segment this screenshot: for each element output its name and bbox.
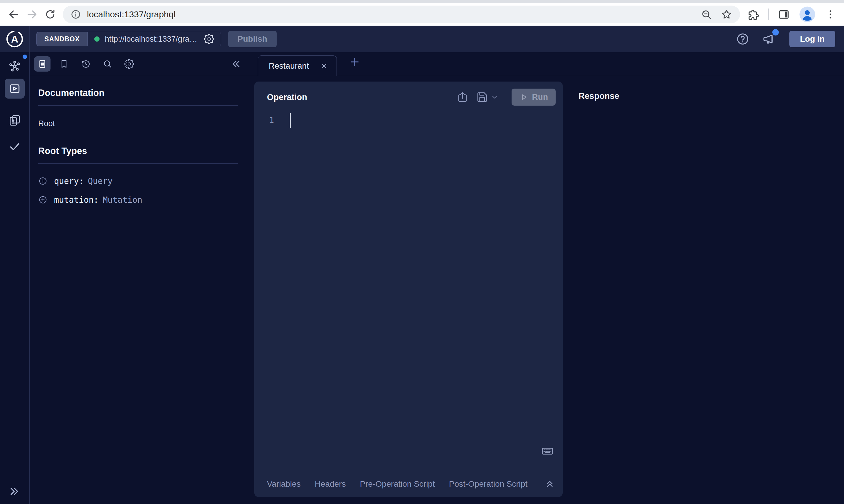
add-field-icon[interactable] — [38, 195, 48, 204]
sandbox-badge: SANDBOX — [37, 32, 88, 46]
extensions-icon[interactable] — [747, 8, 759, 20]
announcements-megaphone-icon[interactable] — [762, 32, 776, 46]
search-icon — [103, 59, 113, 69]
operation-footer-tabs: Variables Headers Pre-Operation Script P… — [254, 471, 563, 497]
divider — [38, 105, 238, 106]
root-type-row-query[interactable]: query: Query — [38, 174, 238, 188]
toolbar-separator — [768, 8, 769, 20]
operation-header: Operation Run — [254, 82, 563, 106]
browser-back-button[interactable] — [5, 5, 23, 23]
close-icon — [320, 62, 328, 70]
sidebar-item-changelog[interactable] — [5, 110, 25, 130]
browser-toolbar: localhost:1337/graphql — [0, 0, 844, 26]
tab-settings[interactable] — [121, 56, 137, 72]
browser-reload-button[interactable] — [41, 5, 59, 23]
notification-dot — [772, 29, 779, 36]
doc-root-link[interactable]: Root — [38, 119, 238, 128]
field-type-link[interactable]: Mutation — [103, 195, 142, 205]
field-type-link[interactable]: Query — [88, 176, 113, 186]
url-text[interactable]: localhost:1337/graphql — [87, 10, 176, 19]
forward-arrow-icon — [26, 8, 38, 20]
sidebar-item-checks[interactable] — [5, 137, 25, 157]
tab-history[interactable] — [77, 56, 94, 72]
save-operation-button[interactable] — [476, 91, 498, 103]
tab-variables[interactable]: Variables — [267, 479, 301, 489]
document-list-icon — [37, 59, 47, 69]
new-tab-button[interactable] — [349, 56, 360, 68]
documentation-title: Documentation — [38, 88, 238, 98]
checkmark-icon — [8, 140, 21, 153]
root-type-row-mutation[interactable]: mutation: Mutation — [38, 193, 238, 207]
tab-documentation[interactable] — [34, 56, 51, 72]
response-title: Response — [579, 91, 619, 101]
apollo-logo[interactable]: A — [0, 30, 29, 48]
profile-avatar[interactable] — [799, 6, 816, 23]
bookmark-star-icon[interactable] — [721, 8, 733, 20]
explorer-play-icon — [8, 82, 21, 95]
back-arrow-icon — [8, 8, 20, 20]
top-tab-band: Restaurant — [29, 52, 844, 76]
tab-search[interactable] — [99, 56, 116, 72]
tab-pre-operation-script[interactable]: Pre-Operation Script — [360, 479, 435, 489]
expand-footer-button[interactable] — [545, 479, 555, 489]
divider — [38, 163, 238, 164]
sidebar-item-explorer[interactable] — [5, 78, 25, 98]
share-operation-icon[interactable] — [457, 91, 469, 103]
doc-panel-tabs — [29, 52, 254, 76]
workspace: Restaurant Documentation Root Root Types — [0, 52, 844, 504]
keyboard-shortcuts-icon[interactable] — [541, 445, 554, 457]
plus-icon — [349, 56, 360, 68]
reload-icon — [44, 8, 56, 20]
operation-editor[interactable]: 1 — [254, 106, 563, 471]
save-floppy-icon — [476, 91, 488, 103]
add-field-icon[interactable] — [38, 176, 48, 186]
tab-saved-operations[interactable] — [56, 56, 72, 72]
endpoint-chip: SANDBOX http://localhost:1337/gra… — [36, 32, 221, 46]
line-number: 1 — [254, 113, 282, 471]
apollo-toolbar: A SANDBOX http://localhost:1337/gra… Pub… — [0, 26, 844, 52]
collapse-panel-button[interactable] — [230, 58, 241, 70]
operation-panel: Operation Run — [254, 82, 563, 497]
connection-status-dot — [94, 36, 100, 42]
field-name[interactable]: query: — [54, 176, 84, 186]
zoom-out-icon[interactable] — [701, 9, 712, 20]
address-bar[interactable]: localhost:1337/graphql — [63, 5, 740, 23]
tab-title: Restaurant — [269, 61, 309, 71]
tab-headers[interactable]: Headers — [315, 479, 346, 489]
left-icon-rail — [0, 52, 29, 504]
browser-menu-icon[interactable] — [825, 8, 837, 20]
login-button[interactable]: Log in — [789, 31, 835, 47]
operation-title: Operation — [267, 92, 307, 102]
tab-post-operation-script[interactable]: Post-Operation Script — [449, 479, 528, 489]
response-panel: Response — [570, 76, 844, 504]
chevron-down-icon[interactable] — [491, 94, 498, 101]
sidebar-item-schema[interactable] — [5, 56, 25, 76]
main-area: Restaurant Documentation Root Root Types — [29, 52, 844, 504]
side-panel-icon[interactable] — [778, 8, 790, 20]
operation-area: Operation Run — [254, 76, 570, 504]
play-icon — [519, 93, 528, 102]
help-icon[interactable] — [736, 32, 750, 46]
bookmark-icon — [59, 59, 69, 69]
connection-settings-gear-icon[interactable] — [204, 34, 214, 44]
history-clock-icon — [81, 59, 91, 69]
field-name[interactable]: mutation: — [54, 195, 99, 205]
site-info-icon[interactable] — [70, 9, 81, 20]
schema-notification-dot — [23, 55, 27, 59]
chevrons-left-icon — [230, 58, 241, 70]
run-label: Run — [532, 92, 548, 102]
chevrons-up-icon — [545, 479, 555, 489]
browser-forward-button[interactable] — [23, 5, 41, 23]
documentation-panel: Documentation Root Root Types query: Que… — [29, 76, 254, 504]
close-tab-icon[interactable] — [320, 62, 328, 70]
text-cursor — [290, 113, 291, 128]
operation-tab-restaurant[interactable]: Restaurant — [258, 55, 337, 76]
root-types-title: Root Types — [38, 146, 238, 156]
publish-button[interactable]: Publish — [228, 31, 277, 47]
gear-icon — [124, 59, 134, 69]
docs-diff-icon — [8, 114, 21, 127]
endpoint-url-text[interactable]: http://localhost:1337/gra… — [105, 35, 197, 44]
expand-rail-button[interactable] — [8, 485, 21, 498]
run-button[interactable]: Run — [512, 89, 556, 106]
endpoint-url-field[interactable]: http://localhost:1337/gra… — [88, 32, 221, 46]
